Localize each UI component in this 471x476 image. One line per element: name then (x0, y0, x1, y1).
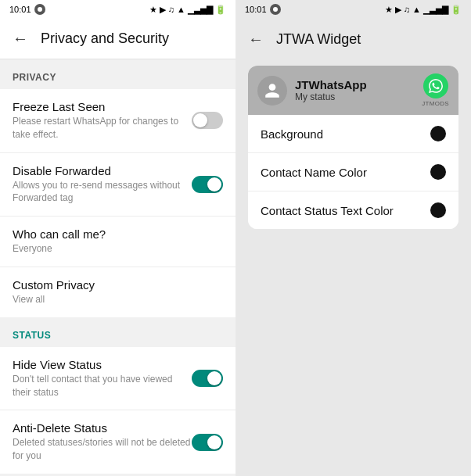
widget-name-text: JTWhatsApp (295, 78, 422, 91)
status-icons-right: ★ ▶ ♫ ▲ ▁▃▅▇ 🔋 (385, 5, 462, 15)
color-dot-background[interactable] (430, 126, 446, 141)
color-dot-contact-status[interactable] (430, 202, 446, 218)
widget-header: JTWhatsApp My status JTMODS (248, 66, 458, 115)
setting-subtitle-freeze: Please restart WhatsApp for changes to t… (13, 115, 192, 141)
toggle-disable-forwarded[interactable] (192, 176, 223, 193)
status-time-right: 10:01 (245, 4, 281, 15)
color-setting-contact-name[interactable]: Contact Name Color (248, 153, 458, 191)
setting-disable-forwarded[interactable]: Disable Forwarded Allows you to re-send … (0, 153, 236, 217)
signal-icon-right: ▁▃▅▇ (423, 5, 448, 15)
status-card: Hide View Status Don't tell contact that… (0, 347, 236, 474)
widget-preview: JTWhatsApp My status JTMODS Background C… (248, 66, 458, 229)
time-left: 10:01 (9, 5, 31, 14)
setting-title-call: Who can call me? (13, 227, 223, 241)
toggle-knob (207, 435, 221, 449)
widget-avatar (257, 76, 287, 106)
privacy-card: Freeze Last Seen Please restart WhatsApp… (0, 89, 236, 317)
setting-text-anti-delete: Anti-Delete Status Deleted statuses/stor… (13, 421, 192, 463)
page-title-left: Privacy and Security (41, 30, 169, 47)
notification-dot-left (34, 4, 45, 15)
widget-logo-text: JTMODS (422, 100, 449, 107)
left-header: ← Privacy and Security (0, 19, 236, 59)
setting-text-freeze: Freeze Last Seen Please restart WhatsApp… (13, 100, 192, 141)
battery-icon-right: 🔋 (451, 5, 462, 15)
widget-name-area: JTWhatsApp My status (295, 78, 422, 102)
setting-subtitle-forwarded: Allows you to re-send messages without F… (13, 179, 192, 206)
back-button-left[interactable]: ← (13, 30, 28, 48)
back-button-right[interactable]: ← (248, 30, 264, 48)
color-settings-card: Background Contact Name Color Contact St… (248, 115, 458, 229)
setting-text-privacy: Custom Privacy View all (13, 278, 223, 306)
setting-title-hide-view: Hide View Status (13, 358, 192, 371)
status-icons-left: ★ ▶ ♫ ▲ ▁▃▅▇ 🔋 (149, 5, 226, 15)
setting-custom-privacy[interactable]: Custom Privacy View all (0, 267, 236, 317)
color-label-contact-status: Contact Status Text Color (261, 204, 394, 217)
left-panel: 10:01 ★ ▶ ♫ ▲ ▁▃▅▇ 🔋 ← Privacy and Secur… (0, 0, 236, 476)
status-bar-right: 10:01 ★ ▶ ♫ ▲ ▁▃▅▇ 🔋 (236, 0, 471, 19)
setting-subtitle-anti-delete: Deleted statuses/stories will not be del… (13, 436, 192, 463)
right-header: ← JTWA Widget (236, 19, 471, 59)
wifi-icon: ▲ (177, 5, 185, 14)
setting-title-freeze: Freeze Last Seen (13, 100, 192, 113)
setting-title-privacy: Custom Privacy (13, 278, 223, 292)
setting-title-anti-delete: Anti-Delete Status (13, 421, 192, 435)
toggle-knob (193, 113, 207, 127)
section-label-status: Status (0, 317, 236, 347)
color-label-contact-name: Contact Name Color (261, 166, 367, 179)
left-content: PRIVACY Freeze Last Seen Please restart … (0, 59, 236, 476)
battery-icon: 🔋 (215, 5, 226, 15)
setting-who-can-call[interactable]: Who can call me? Everyone (0, 217, 236, 267)
setting-subtitle-privacy: View all (13, 293, 223, 306)
cast-icon: ▶ (160, 5, 166, 15)
setting-freeze-last-seen[interactable]: Freeze Last Seen Please restart WhatsApp… (0, 89, 236, 153)
notification-dot-right (270, 4, 281, 15)
setting-title-forwarded: Disable Forwarded (13, 164, 192, 177)
color-setting-background[interactable]: Background (248, 115, 458, 153)
setting-hide-view-status[interactable]: Hide View Status Don't tell contact that… (0, 347, 236, 411)
setting-text-hide-view: Hide View Status Don't tell contact that… (13, 358, 192, 399)
right-panel: 10:01 ★ ▶ ♫ ▲ ▁▃▅▇ 🔋 ← JTWA Widget JTWha… (236, 0, 471, 476)
toggle-freeze-last-seen[interactable] (192, 112, 223, 129)
signal-icon: ▁▃▅▇ (188, 5, 213, 15)
setting-subtitle-hide-view: Don't tell contact that you have viewed … (13, 373, 192, 399)
time-right: 10:01 (245, 5, 267, 14)
section-label-privacy: PRIVACY (0, 59, 236, 89)
toggle-knob (207, 371, 221, 385)
color-dot-contact-name[interactable] (430, 164, 446, 180)
widget-logo: JTMODS (422, 73, 449, 107)
toggle-knob (207, 177, 221, 191)
whatsapp-logo-icon (423, 73, 448, 98)
bluetooth-icon-right: ★ (385, 5, 393, 15)
page-title-right: JTWA Widget (276, 31, 361, 48)
toggle-hide-view-status[interactable] (192, 370, 223, 387)
color-label-background: Background (261, 127, 323, 141)
bluetooth-icon: ★ (149, 5, 157, 15)
status-bar-left: 10:01 ★ ▶ ♫ ▲ ▁▃▅▇ 🔋 (0, 0, 236, 19)
setting-text-forwarded: Disable Forwarded Allows you to re-send … (13, 164, 192, 206)
headphone-icon: ♫ (168, 5, 174, 14)
color-setting-contact-status[interactable]: Contact Status Text Color (248, 191, 458, 229)
wifi-icon-right: ▲ (412, 5, 421, 14)
cast-icon-right: ▶ (395, 5, 401, 15)
widget-status-text: My status (295, 91, 422, 102)
setting-anti-delete-status[interactable]: Anti-Delete Status Deleted statuses/stor… (0, 410, 236, 474)
headphone-icon-right: ♫ (404, 5, 410, 14)
setting-text-call: Who can call me? Everyone (13, 227, 223, 256)
setting-subtitle-call: Everyone (13, 242, 223, 256)
toggle-anti-delete-status[interactable] (192, 434, 223, 451)
status-time-left: 10:01 (9, 4, 45, 15)
